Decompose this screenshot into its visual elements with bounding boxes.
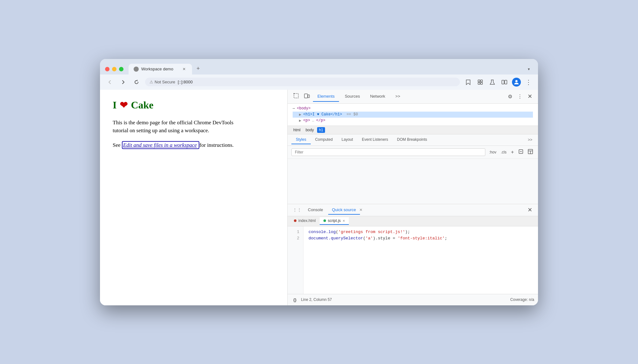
split-button[interactable] (500, 78, 509, 87)
quick-source-close-button[interactable]: ✕ (359, 208, 362, 212)
svg-rect-7 (505, 80, 507, 84)
extensions-button[interactable] (476, 78, 485, 87)
drag-handle-icon: ⋮⋮ (291, 207, 303, 213)
script-js-close-button[interactable]: ✕ (342, 219, 345, 223)
code-line-2: document.querySelector('a').style = 'fon… (309, 235, 533, 242)
tab-title: Workspace demo (141, 67, 179, 71)
minimize-window-button[interactable] (112, 67, 116, 71)
line-numbers: 1 2 (288, 226, 303, 294)
cls-button[interactable]: .cls (500, 149, 508, 155)
code-string-2b: 'font-style:italic' (398, 236, 445, 241)
file-tab-index-html[interactable]: index.html (290, 217, 320, 225)
layout-button[interactable] (527, 148, 534, 156)
status-left: {} Line 2, Column 57 (291, 296, 332, 304)
index-html-label: index.html (298, 218, 316, 223)
devtools-toolbar: Elements Sources Network >> ⚙ ⋮ ✕ (288, 90, 538, 104)
styles-tab-dom-breakpoints[interactable]: DOM Breakpoints (393, 135, 432, 144)
dom-p-line: ▶ <p> … </p> (293, 118, 533, 124)
dom-p-arrow[interactable]: ▶ (299, 118, 301, 123)
tab-dropdown-button[interactable]: ▾ (525, 64, 533, 75)
bottom-panel-tabs: ⋮⋮ Console Quick source ✕ ✕ (288, 204, 538, 216)
workspace-link[interactable]: Edit and save files in a workspace (123, 142, 197, 148)
code-func-2: document.querySelector (309, 236, 363, 241)
styles-tab-computed[interactable]: Computed (311, 135, 337, 144)
breadcrumb-body[interactable]: body (304, 127, 316, 133)
filter-actions: :hov .cls + (488, 148, 534, 156)
tab-sources[interactable]: Sources (340, 91, 364, 102)
dom-ellipsis[interactable]: ⋯ (293, 106, 295, 111)
code-punct-1a: ( (336, 230, 338, 234)
svg-rect-12 (308, 95, 309, 98)
force-state-button[interactable] (517, 148, 525, 156)
svg-rect-2 (481, 80, 482, 82)
styles-tab-events[interactable]: Event Listeners (357, 135, 393, 144)
devtools-close-button[interactable]: ✕ (526, 91, 534, 102)
see-suffix: for instructions. (199, 142, 234, 148)
script-js-label: script.js (328, 218, 341, 223)
file-tab-script-js[interactable]: script.js ✕ (320, 217, 349, 225)
devtools-toolbar-right: ⚙ ⋮ ✕ (506, 91, 534, 102)
filter-bar: :hov .cls + (288, 146, 538, 159)
tab-favicon-icon (134, 67, 139, 72)
body-text: This is the demo page for the official C… (113, 119, 249, 135)
code-punct-2c: ; (445, 236, 447, 241)
menu-button[interactable]: ⋮ (524, 77, 533, 87)
new-tab-button[interactable]: + (193, 63, 203, 75)
styles-tab-layout[interactable]: Layout (337, 135, 357, 144)
see-prefix: See (113, 142, 121, 148)
styles-tab-styles[interactable]: Styles (291, 135, 311, 144)
browser-content: I ❤ Cake This is the demo page for the o… (100, 90, 538, 305)
active-tab[interactable]: Workspace demo ✕ (129, 64, 192, 75)
devtools-settings-button[interactable]: ⚙ (506, 92, 514, 101)
link-wrapper: Edit and save files in a workspace (122, 141, 200, 149)
svg-rect-9 (294, 94, 298, 98)
dom-h1-line[interactable]: ▶ <h1>I ♥ Cake</h1> == $0 (293, 112, 533, 118)
dom-body-line: ⋯ <body> (293, 106, 533, 112)
reload-button[interactable] (132, 78, 141, 86)
url-bar[interactable]: ⚠ Not Secure [::]:8000 (145, 78, 460, 86)
devtools-more-button[interactable]: ⋮ (515, 92, 524, 101)
add-style-button[interactable]: + (510, 149, 515, 156)
status-bar: {} Line 2, Column 57 Coverage: n/a (288, 294, 538, 305)
address-bar: ⚠ Not Secure [::]:8000 ⋮ (100, 75, 538, 90)
see-text: See Edit and save files in a workspace f… (113, 141, 249, 149)
tab-elements[interactable]: Elements (313, 91, 339, 102)
breadcrumb-path: html body h1 (288, 126, 538, 134)
more-tabs-button[interactable]: >> (391, 91, 405, 102)
back-button[interactable] (105, 78, 115, 86)
lab-button[interactable] (488, 78, 497, 87)
svg-rect-3 (478, 82, 480, 84)
script-js-dot (323, 219, 326, 222)
code-viewer: 1 2 console.log('greetings from script.j… (288, 226, 538, 294)
close-window-button[interactable] (105, 67, 110, 71)
index-html-dot (294, 219, 296, 222)
maximize-window-button[interactable] (119, 67, 123, 71)
filter-input[interactable] (291, 148, 485, 156)
bookmark-button[interactable] (464, 78, 473, 87)
styles-more-button[interactable]: >> (526, 136, 534, 143)
dom-body-tag[interactable]: <body> (297, 106, 310, 111)
breadcrumb-h1[interactable]: h1 (317, 127, 325, 133)
console-tab[interactable]: Console (304, 205, 327, 215)
hov-button[interactable]: :hov (488, 149, 498, 155)
breadcrumb-html[interactable]: html (291, 127, 302, 133)
tab-bar: Workspace demo ✕ + ▾ (100, 59, 538, 75)
forward-button[interactable] (118, 78, 128, 86)
format-button[interactable]: {} (291, 296, 298, 304)
profile-button[interactable] (512, 78, 521, 87)
tab-network[interactable]: Network (366, 91, 390, 102)
device-mode-button[interactable] (302, 91, 312, 102)
coverage-label: Coverage: n/a (510, 297, 534, 302)
toolbar-icons: ⋮ (464, 77, 533, 87)
dom-expand-arrow[interactable]: ▶ (299, 112, 301, 117)
quick-source-tab[interactable]: Quick source (328, 205, 360, 215)
code-line-1: console.log('greetings from script.js!')… (309, 229, 533, 236)
code-content[interactable]: console.log('greetings from script.js!')… (303, 226, 538, 294)
cursor-position: Line 2, Column 57 (301, 297, 332, 302)
inspect-element-button[interactable] (291, 91, 301, 102)
code-punct-2b: ).style = (373, 236, 398, 241)
file-tabs: index.html script.js ✕ (288, 216, 538, 226)
heart-icon: ❤ (120, 100, 128, 111)
bottom-panel-close-button[interactable]: ✕ (526, 206, 534, 214)
tab-close-button[interactable]: ✕ (181, 66, 187, 72)
